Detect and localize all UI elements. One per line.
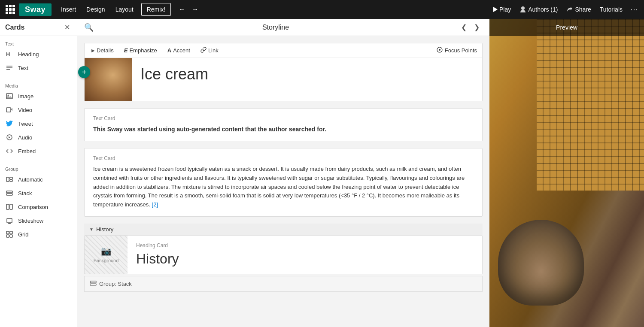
history-heading-card: 📷 Background Heading Card History bbox=[84, 235, 483, 274]
text-reference-link[interactable]: [2] bbox=[152, 201, 158, 208]
storyline-header: 🔍 Storyline ❮ ❯ bbox=[77, 19, 489, 36]
group-stack-item[interactable]: Group: Stack bbox=[84, 276, 483, 292]
more-options-button[interactable]: ⋯ bbox=[628, 5, 641, 14]
background-label: Background bbox=[94, 258, 119, 263]
svg-rect-17 bbox=[7, 218, 12, 223]
sidebar-heading-label: Heading bbox=[18, 51, 39, 58]
history-section-header[interactable]: ▼ History bbox=[84, 224, 483, 235]
accent-button[interactable]: A Accent bbox=[166, 46, 192, 54]
text-card-1-container: Text Card This Sway was started using au… bbox=[84, 108, 483, 141]
add-card-button[interactable]: + bbox=[78, 66, 90, 78]
remix-button[interactable]: Remix! bbox=[141, 3, 171, 16]
media-section-label: Media bbox=[0, 82, 77, 89]
sidebar-title: Cards bbox=[5, 24, 24, 31]
link-button[interactable]: Link bbox=[199, 46, 220, 55]
text-card-1-content[interactable]: This Sway was started using auto-generat… bbox=[93, 125, 474, 134]
sidebar-item-comparison[interactable]: Comparison bbox=[0, 200, 77, 214]
tutorials-label: Tutorials bbox=[600, 6, 623, 13]
text-section: Text H Heading Text bbox=[0, 36, 77, 78]
heading-title[interactable]: Ice cream bbox=[140, 65, 474, 83]
nav-arrows: ❮ ❯ bbox=[458, 21, 483, 33]
history-heading-card-inner: 📷 Background Heading Card History bbox=[85, 236, 482, 274]
sidebar-item-slideshow[interactable]: Slideshow bbox=[0, 214, 77, 227]
text-card-1-label: Text Card bbox=[93, 115, 474, 121]
design-button[interactable]: Design bbox=[82, 3, 109, 16]
svg-rect-14 bbox=[6, 194, 12, 195]
sidebar-tweet-label: Tweet bbox=[18, 121, 33, 127]
embed-icon bbox=[5, 147, 14, 155]
layout-button[interactable]: Layout bbox=[111, 3, 138, 16]
focus-points-label: Focus Points bbox=[445, 47, 477, 54]
sidebar-item-automatic[interactable]: Automatic bbox=[0, 173, 77, 186]
sidebar-item-stack[interactable]: Stack bbox=[0, 186, 77, 200]
history-heading-content: Heading Card History bbox=[128, 236, 482, 274]
heading-content: Ice cream bbox=[132, 58, 482, 101]
nav-next-button[interactable]: ❯ bbox=[471, 21, 483, 33]
link-label: Link bbox=[208, 47, 219, 54]
storyline-content: + ▶ Details E Emphasize A Accen bbox=[77, 36, 489, 327]
svg-rect-26 bbox=[90, 281, 96, 283]
authors-button[interactable]: Authors (1) bbox=[516, 4, 561, 15]
details-arrow-icon: ▶ bbox=[91, 48, 95, 53]
play-button[interactable]: Play bbox=[490, 4, 514, 15]
sidebar-item-heading[interactable]: H Heading bbox=[0, 47, 77, 61]
preview-pane: Preview bbox=[489, 19, 644, 327]
sidebar-stack-label: Stack bbox=[18, 190, 32, 197]
history-background-placeholder[interactable]: 📷 Background bbox=[85, 236, 128, 274]
heading-icon: H bbox=[5, 50, 14, 58]
waffle-menu-icon[interactable] bbox=[3, 3, 17, 16]
preview-header: Preview bbox=[489, 19, 644, 36]
heading-thumbnail[interactable] bbox=[85, 58, 132, 101]
waffle-texture-overlay bbox=[537, 19, 644, 191]
svg-rect-16 bbox=[10, 204, 12, 209]
sidebar-slideshow-label: Slideshow bbox=[18, 218, 43, 224]
svg-rect-21 bbox=[10, 231, 12, 234]
sidebar-text-label: Text bbox=[18, 65, 28, 71]
history-heading-card-label: Heading Card bbox=[136, 242, 474, 248]
text-card-1: Text Card This Sway was started using au… bbox=[84, 108, 483, 141]
group-stack-label: Group: Stack bbox=[99, 281, 132, 287]
svg-rect-20 bbox=[6, 231, 9, 234]
sidebar-item-tweet[interactable]: Tweet bbox=[0, 117, 77, 130]
group-section: Group Automatic Stack Comparison bbox=[0, 161, 77, 245]
storyline-search-button[interactable]: 🔍 bbox=[84, 23, 94, 32]
redo-button[interactable]: → bbox=[189, 3, 201, 15]
sidebar-image-label: Image bbox=[18, 93, 33, 100]
svg-rect-12 bbox=[10, 180, 12, 182]
sidebar-item-text[interactable]: Text bbox=[0, 61, 77, 75]
storyline-title: Storyline bbox=[94, 24, 458, 31]
preview-title: Preview bbox=[556, 24, 577, 31]
close-sidebar-button[interactable]: ✕ bbox=[63, 22, 72, 32]
text-card-2-label: Text Card bbox=[93, 155, 474, 161]
focus-points-button[interactable]: Focus Points bbox=[436, 46, 477, 54]
heading-card: ▶ Details E Emphasize A Accent bbox=[84, 43, 483, 101]
nav-prev-button[interactable]: ❮ bbox=[458, 21, 470, 33]
ice-cream-bowl bbox=[498, 220, 584, 306]
history-heading-title[interactable]: History bbox=[136, 251, 474, 267]
audio-icon bbox=[5, 133, 14, 142]
sidebar-audio-label: Audio bbox=[18, 134, 32, 141]
text-card-2-container: Text Card Ice cream is a sweetened froze… bbox=[84, 148, 483, 217]
details-button[interactable]: ▶ Details bbox=[90, 46, 115, 54]
heading-card-toolbar: ▶ Details E Emphasize A Accent bbox=[85, 43, 482, 58]
group-section-label: Group bbox=[0, 165, 77, 173]
sidebar-item-grid[interactable]: Grid bbox=[0, 227, 77, 241]
emphasize-button[interactable]: E Emphasize bbox=[122, 46, 159, 54]
sidebar-item-embed[interactable]: Embed bbox=[0, 144, 77, 158]
svg-point-25 bbox=[439, 49, 440, 51]
undo-redo-group: ← → bbox=[176, 3, 201, 15]
sidebar-item-audio[interactable]: Audio bbox=[0, 130, 77, 144]
sidebar-video-label: Video bbox=[18, 107, 32, 113]
share-label: Share bbox=[575, 6, 591, 13]
sidebar-item-image[interactable]: Image bbox=[0, 89, 77, 103]
sidebar-item-video[interactable]: Video bbox=[0, 103, 77, 117]
insert-button[interactable]: Insert bbox=[57, 3, 80, 16]
undo-button[interactable]: ← bbox=[176, 3, 188, 15]
accent-label: Accent bbox=[173, 47, 190, 54]
share-button[interactable]: Share bbox=[563, 4, 594, 15]
history-section-name: History bbox=[96, 226, 113, 233]
sidebar: Cards ✕ Text H Heading Text Media bbox=[0, 19, 77, 327]
image-placeholder-icon: 📷 bbox=[101, 246, 112, 256]
text-card-2-content[interactable]: Ice cream is a sweetened frozen food typ… bbox=[93, 165, 474, 209]
tutorials-button[interactable]: Tutorials bbox=[596, 4, 626, 15]
